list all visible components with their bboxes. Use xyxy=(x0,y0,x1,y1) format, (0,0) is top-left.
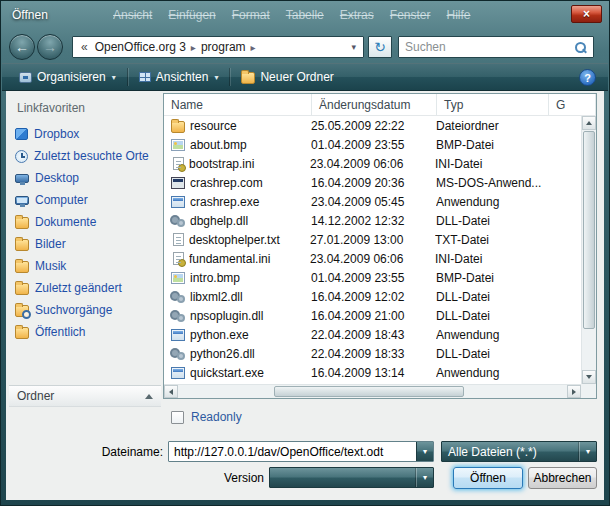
search-input[interactable] xyxy=(405,40,574,54)
file-date: 16.04.2009 13:14 xyxy=(311,366,436,380)
vertical-scrollbar[interactable] xyxy=(581,116,596,384)
version-label: Version xyxy=(196,471,264,485)
filetype-combobox[interactable]: Alle Dateien (*.*) ▾ xyxy=(441,441,597,462)
file-date: 16.04.2009 20:36 xyxy=(311,176,436,190)
background-menu-item: Einfügen xyxy=(168,8,215,22)
help-button[interactable]: ? xyxy=(579,69,596,86)
breadcrumb-item[interactable]: OpenOffice.org 3 xyxy=(92,40,189,54)
file-date: 01.04.2009 23:55 xyxy=(311,138,436,152)
column-header-size[interactable]: G xyxy=(549,94,596,115)
sidebar-item[interactable]: Dropbox xyxy=(13,123,161,145)
file-icon xyxy=(171,196,185,208)
column-header-name[interactable]: Name xyxy=(164,94,312,115)
filename-combobox[interactable]: ▾ xyxy=(168,441,434,462)
file-row[interactable]: npsoplugin.dll 16.04.2009 21:00 DLL-Date… xyxy=(164,306,581,325)
file-row[interactable]: dbghelp.dll 14.12.2002 12:32 DLL-Datei xyxy=(164,211,581,230)
filetype-dropdown-button[interactable]: ▾ xyxy=(579,442,596,461)
file-row[interactable]: desktophelper.txt 27.01.2009 13:00 TXT-D… xyxy=(164,230,581,249)
back-arrow-icon: ← xyxy=(15,39,29,55)
file-row[interactable]: crashrep.com 16.04.2009 20:36 MS-DOS-Anw… xyxy=(164,173,581,192)
column-header-type[interactable]: Typ xyxy=(437,94,549,115)
file-row[interactable]: about.bmp 01.04.2009 23:55 BMP-Datei xyxy=(164,135,581,154)
sidebar-item[interactable]: Zuletzt geändert xyxy=(13,277,161,299)
breadcrumb-collapse-icon[interactable]: « xyxy=(77,40,92,54)
sidebar-item-label: Dropbox xyxy=(34,127,79,141)
cancel-button[interactable]: Abbrechen xyxy=(528,467,597,489)
scroll-right-button[interactable] xyxy=(567,385,581,398)
horizontal-scroll-thumb[interactable] xyxy=(274,386,464,397)
sidebar-item[interactable]: Suchvorgänge xyxy=(13,299,161,321)
file-icon xyxy=(171,310,185,322)
file-row[interactable]: crashrep.exe 23.04.2009 05:45 Anwendung xyxy=(164,192,581,211)
breadcrumb-separator-icon[interactable]: ▸ xyxy=(249,42,258,53)
sidebar-item[interactable]: Bilder xyxy=(13,233,161,255)
sidebar-item-label: Zuletzt geändert xyxy=(35,281,122,295)
back-button[interactable]: ← xyxy=(9,34,35,60)
file-name: crashrep.exe xyxy=(190,195,311,209)
sidebar-item[interactable]: Musik xyxy=(13,255,161,277)
close-button[interactable]: × xyxy=(571,5,602,23)
version-dropdown-button[interactable]: ▾ xyxy=(416,468,433,487)
file-row[interactable]: intro.bmp 01.04.2009 23:55 BMP-Datei xyxy=(164,268,581,287)
file-icon xyxy=(171,329,185,341)
sidebar-item[interactable]: Zuletzt besuchte Orte xyxy=(13,145,161,167)
new-folder-label: Neuer Ordner xyxy=(260,70,333,84)
sidebar-item-label: Öffentlich xyxy=(35,325,85,339)
file-row[interactable]: bootstrap.ini 23.04.2009 06:06 INI-Datei xyxy=(164,154,581,173)
titlebar: Öffnen AnsichtEinfügenFormatTabelleExtra… xyxy=(1,1,609,29)
breadcrumb-item[interactable]: program xyxy=(198,40,249,54)
search-icon[interactable] xyxy=(574,41,587,54)
file-icon xyxy=(171,177,185,189)
file-row[interactable]: libxml2.dll 16.04.2009 12:02 DLL-Datei xyxy=(164,287,581,306)
breadcrumb-dropdown-icon[interactable]: ▾ xyxy=(348,42,359,52)
sidebar-item[interactable]: Desktop xyxy=(13,167,161,189)
file-date: 16.04.2009 21:00 xyxy=(311,309,436,323)
file-row[interactable]: resource 25.05.2009 22:22 Dateiordner xyxy=(164,116,581,135)
views-button[interactable]: Ansichten ▾ xyxy=(130,66,228,88)
sidebar-item[interactable]: Computer xyxy=(13,189,161,211)
sidebar-item[interactable]: Dokumente xyxy=(13,211,161,233)
file-name: fundamental.ini xyxy=(189,252,310,266)
scroll-left-button[interactable] xyxy=(164,385,178,398)
close-icon: × xyxy=(583,7,590,21)
file-type: BMP-Datei xyxy=(436,271,548,285)
folders-expander[interactable]: Ordner xyxy=(9,385,161,407)
organize-icon xyxy=(19,72,32,83)
file-type: MS-DOS-Anwend... xyxy=(436,176,548,190)
breadcrumb-separator-icon[interactable]: ▸ xyxy=(189,42,198,53)
file-name: libxml2.dll xyxy=(190,290,311,304)
toolbar-separator xyxy=(229,68,230,86)
sidebar-item-label: Musik xyxy=(35,259,66,273)
file-row[interactable]: python26.dll 22.04.2009 18:33 DLL-Datei xyxy=(164,344,581,363)
filename-dropdown-button[interactable]: ▾ xyxy=(416,442,433,461)
horizontal-scrollbar[interactable] xyxy=(164,384,581,398)
file-row[interactable]: quickstart.exe 16.04.2009 13:14 Anwendun… xyxy=(164,363,581,382)
scroll-up-button[interactable] xyxy=(582,116,596,130)
file-row[interactable]: fundamental.ini 23.04.2009 06:06 INI-Dat… xyxy=(164,249,581,268)
version-combobox[interactable]: ▾ xyxy=(269,467,434,488)
organize-button[interactable]: Organisieren ▾ xyxy=(10,66,125,88)
forward-button[interactable]: → xyxy=(37,34,63,60)
filename-input[interactable] xyxy=(169,445,416,459)
file-type: DLL-Datei xyxy=(436,309,548,323)
file-date: 22.04.2009 18:43 xyxy=(311,328,436,342)
scroll-down-button[interactable] xyxy=(582,370,596,384)
vertical-scroll-thumb[interactable] xyxy=(583,131,595,329)
open-button[interactable]: Öffnen xyxy=(453,467,523,489)
chevron-down-icon: ▾ xyxy=(112,73,116,82)
search-box[interactable] xyxy=(398,36,594,58)
breadcrumb[interactable]: « OpenOffice.org 3 ▸ program ▸ ▾ xyxy=(72,36,364,58)
sidebar-item[interactable]: Öffentlich xyxy=(13,321,161,343)
file-date: 23.04.2009 06:06 xyxy=(310,252,435,266)
column-header-date[interactable]: Änderungsdatum xyxy=(312,94,437,115)
readonly-checkbox[interactable] xyxy=(171,411,184,424)
scroll-left-icon xyxy=(169,389,173,395)
sidebar-item-label: Dokumente xyxy=(35,215,96,229)
file-row[interactable]: python.exe 22.04.2009 18:43 Anwendung xyxy=(164,325,581,344)
file-date: 25.05.2009 22:22 xyxy=(311,119,436,133)
refresh-button[interactable]: ↻ xyxy=(368,36,392,58)
folders-label: Ordner xyxy=(17,389,54,403)
sidebar-item-icon xyxy=(15,239,29,251)
new-folder-button[interactable]: Neuer Ordner xyxy=(232,66,342,88)
file-rows: resource 25.05.2009 22:22 Dateiordner ab… xyxy=(164,116,581,384)
